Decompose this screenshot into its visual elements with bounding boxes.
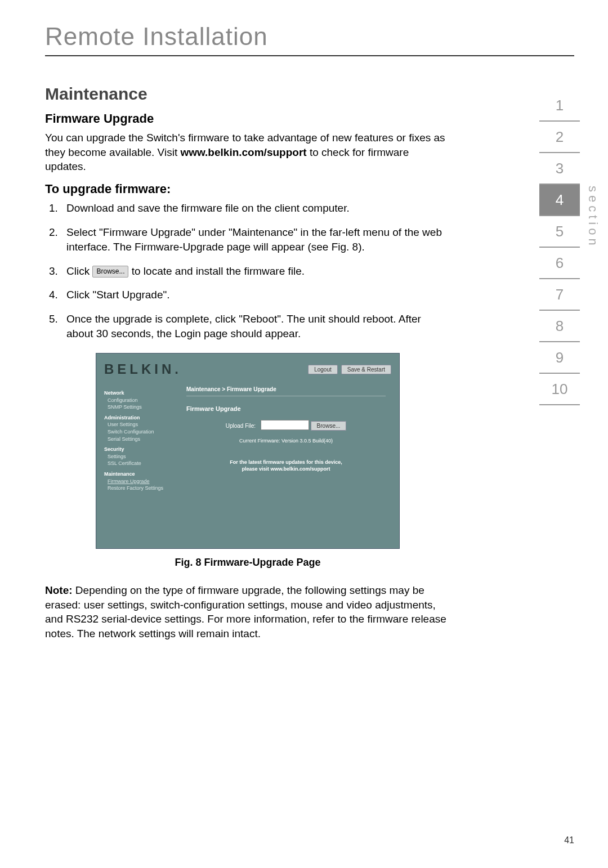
browse-button[interactable]: Browse...: [311, 421, 347, 431]
sidebar-item-security-settings[interactable]: Settings: [104, 453, 177, 460]
breadcrumb: Maintenance > Firmware Upgrade: [186, 386, 386, 392]
sidebar-maintenance[interactable]: Maintenance: [104, 471, 177, 478]
sidebar-item-switch-config[interactable]: Switch Configuration: [104, 428, 177, 436]
sidebar-item-restore[interactable]: Restore Factory Settings: [104, 485, 177, 492]
step-4-text: Click "Start Upgrade".: [66, 289, 170, 301]
heading-to-upgrade: To upgrade firmware:: [45, 182, 450, 196]
screenshot-body: Network Configuration SNMP Settings Admi…: [96, 383, 399, 548]
belkin-screenshot: BELKIN. Logout Save & Restart Network Co…: [96, 353, 400, 549]
support-line2: please visit www.belkin.com/support: [186, 466, 386, 473]
step-5-text: Once the upgrade is complete, click "Reb…: [66, 313, 421, 340]
support-line1: For the latest firmware updates for this…: [186, 459, 386, 466]
intro-bold-url: www.belkin.com/support: [180, 146, 306, 158]
step-2: Select "Firmware Upgrade" under "Mainten…: [61, 225, 450, 255]
sidebar-item-firmware-upgrade[interactable]: Firmware Upgrade: [104, 478, 177, 485]
section-tab-4[interactable]: 4: [539, 185, 580, 216]
note-label: Note:: [45, 584, 73, 596]
section-label: section: [585, 186, 600, 249]
panel-title: Firmware Upgrade: [186, 405, 386, 412]
sidebar-item-configuration[interactable]: Configuration: [104, 397, 177, 404]
sidebar-network[interactable]: Network: [104, 390, 177, 397]
section-tab-9[interactable]: 9: [539, 342, 580, 374]
figure-8: BELKIN. Logout Save & Restart Network Co…: [96, 353, 400, 569]
section-tab-3[interactable]: 3: [539, 153, 580, 185]
page-number: 41: [564, 835, 574, 845]
section-tab-8[interactable]: 8: [539, 311, 580, 342]
sidebar-item-user-settings[interactable]: User Settings: [104, 421, 177, 428]
sidebar-item-serial-settings[interactable]: Serial Settings: [104, 436, 177, 443]
upload-row: Upload File: Browse...: [186, 420, 386, 430]
top-buttons: Logout Save & Restart: [308, 365, 391, 374]
support-text: For the latest firmware updates for this…: [186, 459, 386, 472]
step-4: Click "Start Upgrade".: [61, 288, 450, 303]
section-tab-7[interactable]: 7: [539, 279, 580, 311]
intro-paragraph: You can upgrade the Switch's firmware to…: [45, 131, 450, 174]
belkin-logo: BELKIN.: [104, 361, 182, 377]
step-5: Once the upgrade is complete, click "Reb…: [61, 312, 450, 342]
step-3-pre: Click: [66, 265, 92, 277]
section-tab-2[interactable]: 2: [539, 122, 580, 153]
section-tab-10[interactable]: 10: [539, 374, 580, 405]
note-paragraph: Note: Depending on the type of firmware …: [45, 583, 450, 641]
steps-list: Download and save the firmware file on t…: [45, 201, 450, 342]
step-1-text: Download and save the firmware file on t…: [66, 202, 350, 214]
breadcrumb-divider: [186, 396, 386, 396]
figure-caption: Fig. 8 Firmware-Upgrade Page: [96, 557, 400, 569]
content-column: Maintenance Firmware Upgrade You can upg…: [45, 84, 450, 641]
sidebar-administration[interactable]: Administration: [104, 414, 177, 422]
screenshot-header: BELKIN. Logout Save & Restart: [96, 354, 399, 383]
section-tab-1[interactable]: 1: [539, 90, 580, 122]
note-text: Depending on the type of firmware upgrad…: [45, 584, 446, 639]
page-title: Remote Installation: [45, 23, 574, 56]
upload-file-input[interactable]: [261, 420, 309, 430]
section-tab-6[interactable]: 6: [539, 248, 580, 279]
step-1: Download and save the firmware file on t…: [61, 201, 450, 216]
manual-page: Remote Installation 1 2 3 4 5 6 7 8 9 10…: [0, 0, 608, 868]
step-3: Click Browse... to locate and install th…: [61, 264, 450, 279]
sidebar-item-snmp[interactable]: SNMP Settings: [104, 404, 177, 411]
step-3-post: to locate and install the firmware file.: [128, 265, 305, 277]
upload-file-label: Upload File:: [226, 423, 256, 429]
sidebar-item-ssl[interactable]: SSL Certificate: [104, 460, 177, 467]
section-tabs: 1 2 3 4 5 6 7 8 9 10: [539, 90, 580, 405]
step-2-text: Select "Firmware Upgrade" under "Mainten…: [66, 226, 442, 253]
save-restart-button[interactable]: Save & Restart: [341, 365, 391, 374]
sidebar: Network Configuration SNMP Settings Admi…: [104, 383, 177, 540]
browse-button-inline[interactable]: Browse...: [92, 266, 128, 278]
logout-button[interactable]: Logout: [308, 365, 338, 374]
section-tab-5[interactable]: 5: [539, 216, 580, 248]
sidebar-security[interactable]: Security: [104, 446, 177, 453]
heading-firmware-upgrade: Firmware Upgrade: [45, 111, 450, 126]
main-pane: Maintenance > Firmware Upgrade Firmware …: [177, 383, 391, 540]
current-firmware-version: Current Firmware: Version 3.0.5 Build(40…: [186, 438, 386, 444]
heading-maintenance: Maintenance: [45, 84, 450, 104]
